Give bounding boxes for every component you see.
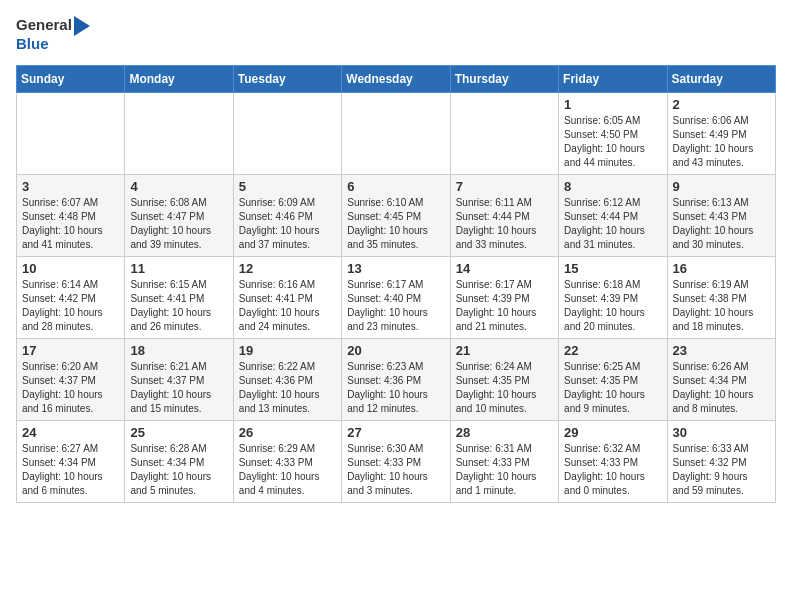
calendar-day-cell: 25Sunrise: 6:28 AM Sunset: 4:34 PM Dayli… bbox=[125, 420, 233, 502]
calendar-day-cell bbox=[125, 92, 233, 174]
calendar-day-cell: 20Sunrise: 6:23 AM Sunset: 4:36 PM Dayli… bbox=[342, 338, 450, 420]
calendar-day-cell: 19Sunrise: 6:22 AM Sunset: 4:36 PM Dayli… bbox=[233, 338, 341, 420]
calendar-body: 1Sunrise: 6:05 AM Sunset: 4:50 PM Daylig… bbox=[17, 92, 776, 502]
calendar-day-cell: 21Sunrise: 6:24 AM Sunset: 4:35 PM Dayli… bbox=[450, 338, 558, 420]
day-info: Sunrise: 6:22 AM Sunset: 4:36 PM Dayligh… bbox=[239, 360, 336, 416]
calendar-day-cell: 5Sunrise: 6:09 AM Sunset: 4:46 PM Daylig… bbox=[233, 174, 341, 256]
calendar-day-cell: 15Sunrise: 6:18 AM Sunset: 4:39 PM Dayli… bbox=[559, 256, 667, 338]
day-number: 14 bbox=[456, 261, 553, 276]
weekday-header-cell: Sunday bbox=[17, 65, 125, 92]
day-number: 3 bbox=[22, 179, 119, 194]
calendar-day-cell bbox=[17, 92, 125, 174]
calendar-day-cell: 1Sunrise: 6:05 AM Sunset: 4:50 PM Daylig… bbox=[559, 92, 667, 174]
calendar-day-cell: 17Sunrise: 6:20 AM Sunset: 4:37 PM Dayli… bbox=[17, 338, 125, 420]
calendar-week-row: 10Sunrise: 6:14 AM Sunset: 4:42 PM Dayli… bbox=[17, 256, 776, 338]
calendar-day-cell: 2Sunrise: 6:06 AM Sunset: 4:49 PM Daylig… bbox=[667, 92, 775, 174]
calendar-day-cell bbox=[233, 92, 341, 174]
calendar-day-cell: 11Sunrise: 6:15 AM Sunset: 4:41 PM Dayli… bbox=[125, 256, 233, 338]
day-number: 9 bbox=[673, 179, 770, 194]
calendar-day-cell: 27Sunrise: 6:30 AM Sunset: 4:33 PM Dayli… bbox=[342, 420, 450, 502]
calendar-day-cell: 29Sunrise: 6:32 AM Sunset: 4:33 PM Dayli… bbox=[559, 420, 667, 502]
day-info: Sunrise: 6:13 AM Sunset: 4:43 PM Dayligh… bbox=[673, 196, 770, 252]
weekday-header-cell: Saturday bbox=[667, 65, 775, 92]
weekday-header-cell: Wednesday bbox=[342, 65, 450, 92]
day-info: Sunrise: 6:08 AM Sunset: 4:47 PM Dayligh… bbox=[130, 196, 227, 252]
day-info: Sunrise: 6:19 AM Sunset: 4:38 PM Dayligh… bbox=[673, 278, 770, 334]
day-info: Sunrise: 6:07 AM Sunset: 4:48 PM Dayligh… bbox=[22, 196, 119, 252]
calendar-day-cell bbox=[450, 92, 558, 174]
weekday-header-cell: Friday bbox=[559, 65, 667, 92]
calendar-day-cell: 3Sunrise: 6:07 AM Sunset: 4:48 PM Daylig… bbox=[17, 174, 125, 256]
calendar-week-row: 24Sunrise: 6:27 AM Sunset: 4:34 PM Dayli… bbox=[17, 420, 776, 502]
day-number: 28 bbox=[456, 425, 553, 440]
day-number: 17 bbox=[22, 343, 119, 358]
calendar-week-row: 1Sunrise: 6:05 AM Sunset: 4:50 PM Daylig… bbox=[17, 92, 776, 174]
calendar-day-cell: 14Sunrise: 6:17 AM Sunset: 4:39 PM Dayli… bbox=[450, 256, 558, 338]
day-number: 27 bbox=[347, 425, 444, 440]
calendar-day-cell: 9Sunrise: 6:13 AM Sunset: 4:43 PM Daylig… bbox=[667, 174, 775, 256]
calendar-day-cell: 13Sunrise: 6:17 AM Sunset: 4:40 PM Dayli… bbox=[342, 256, 450, 338]
day-info: Sunrise: 6:10 AM Sunset: 4:45 PM Dayligh… bbox=[347, 196, 444, 252]
day-info: Sunrise: 6:27 AM Sunset: 4:34 PM Dayligh… bbox=[22, 442, 119, 498]
day-info: Sunrise: 6:05 AM Sunset: 4:50 PM Dayligh… bbox=[564, 114, 661, 170]
day-info: Sunrise: 6:15 AM Sunset: 4:41 PM Dayligh… bbox=[130, 278, 227, 334]
weekday-header-cell: Monday bbox=[125, 65, 233, 92]
weekday-header-row: SundayMondayTuesdayWednesdayThursdayFrid… bbox=[17, 65, 776, 92]
day-number: 2 bbox=[673, 97, 770, 112]
day-number: 26 bbox=[239, 425, 336, 440]
page-header: General Blue bbox=[16, 16, 776, 53]
day-number: 11 bbox=[130, 261, 227, 276]
day-info: Sunrise: 6:30 AM Sunset: 4:33 PM Dayligh… bbox=[347, 442, 444, 498]
calendar-week-row: 3Sunrise: 6:07 AM Sunset: 4:48 PM Daylig… bbox=[17, 174, 776, 256]
day-number: 10 bbox=[22, 261, 119, 276]
calendar-day-cell: 7Sunrise: 6:11 AM Sunset: 4:44 PM Daylig… bbox=[450, 174, 558, 256]
day-info: Sunrise: 6:16 AM Sunset: 4:41 PM Dayligh… bbox=[239, 278, 336, 334]
day-number: 22 bbox=[564, 343, 661, 358]
weekday-header-cell: Tuesday bbox=[233, 65, 341, 92]
calendar-day-cell: 6Sunrise: 6:10 AM Sunset: 4:45 PM Daylig… bbox=[342, 174, 450, 256]
day-number: 16 bbox=[673, 261, 770, 276]
weekday-header-cell: Thursday bbox=[450, 65, 558, 92]
day-number: 7 bbox=[456, 179, 553, 194]
day-number: 19 bbox=[239, 343, 336, 358]
day-number: 12 bbox=[239, 261, 336, 276]
calendar-day-cell: 16Sunrise: 6:19 AM Sunset: 4:38 PM Dayli… bbox=[667, 256, 775, 338]
day-number: 6 bbox=[347, 179, 444, 194]
day-number: 20 bbox=[347, 343, 444, 358]
day-number: 4 bbox=[130, 179, 227, 194]
calendar-day-cell: 10Sunrise: 6:14 AM Sunset: 4:42 PM Dayli… bbox=[17, 256, 125, 338]
calendar-table: SundayMondayTuesdayWednesdayThursdayFrid… bbox=[16, 65, 776, 503]
day-info: Sunrise: 6:23 AM Sunset: 4:36 PM Dayligh… bbox=[347, 360, 444, 416]
calendar-day-cell: 18Sunrise: 6:21 AM Sunset: 4:37 PM Dayli… bbox=[125, 338, 233, 420]
day-info: Sunrise: 6:31 AM Sunset: 4:33 PM Dayligh… bbox=[456, 442, 553, 498]
day-info: Sunrise: 6:25 AM Sunset: 4:35 PM Dayligh… bbox=[564, 360, 661, 416]
day-number: 8 bbox=[564, 179, 661, 194]
calendar-day-cell: 12Sunrise: 6:16 AM Sunset: 4:41 PM Dayli… bbox=[233, 256, 341, 338]
day-number: 23 bbox=[673, 343, 770, 358]
logo-general: General bbox=[16, 16, 90, 36]
day-number: 15 bbox=[564, 261, 661, 276]
logo: General Blue bbox=[16, 16, 90, 53]
day-info: Sunrise: 6:29 AM Sunset: 4:33 PM Dayligh… bbox=[239, 442, 336, 498]
day-number: 1 bbox=[564, 97, 661, 112]
day-info: Sunrise: 6:32 AM Sunset: 4:33 PM Dayligh… bbox=[564, 442, 661, 498]
day-info: Sunrise: 6:14 AM Sunset: 4:42 PM Dayligh… bbox=[22, 278, 119, 334]
day-info: Sunrise: 6:12 AM Sunset: 4:44 PM Dayligh… bbox=[564, 196, 661, 252]
day-info: Sunrise: 6:17 AM Sunset: 4:40 PM Dayligh… bbox=[347, 278, 444, 334]
calendar-day-cell: 30Sunrise: 6:33 AM Sunset: 4:32 PM Dayli… bbox=[667, 420, 775, 502]
logo-blue: Blue bbox=[16, 36, 90, 53]
day-info: Sunrise: 6:28 AM Sunset: 4:34 PM Dayligh… bbox=[130, 442, 227, 498]
calendar-day-cell: 4Sunrise: 6:08 AM Sunset: 4:47 PM Daylig… bbox=[125, 174, 233, 256]
day-number: 13 bbox=[347, 261, 444, 276]
day-info: Sunrise: 6:24 AM Sunset: 4:35 PM Dayligh… bbox=[456, 360, 553, 416]
day-info: Sunrise: 6:11 AM Sunset: 4:44 PM Dayligh… bbox=[456, 196, 553, 252]
day-info: Sunrise: 6:33 AM Sunset: 4:32 PM Dayligh… bbox=[673, 442, 770, 498]
day-number: 21 bbox=[456, 343, 553, 358]
calendar-week-row: 17Sunrise: 6:20 AM Sunset: 4:37 PM Dayli… bbox=[17, 338, 776, 420]
logo-text: General Blue bbox=[16, 16, 90, 53]
day-number: 24 bbox=[22, 425, 119, 440]
calendar-day-cell bbox=[342, 92, 450, 174]
day-info: Sunrise: 6:06 AM Sunset: 4:49 PM Dayligh… bbox=[673, 114, 770, 170]
day-number: 30 bbox=[673, 425, 770, 440]
day-info: Sunrise: 6:21 AM Sunset: 4:37 PM Dayligh… bbox=[130, 360, 227, 416]
